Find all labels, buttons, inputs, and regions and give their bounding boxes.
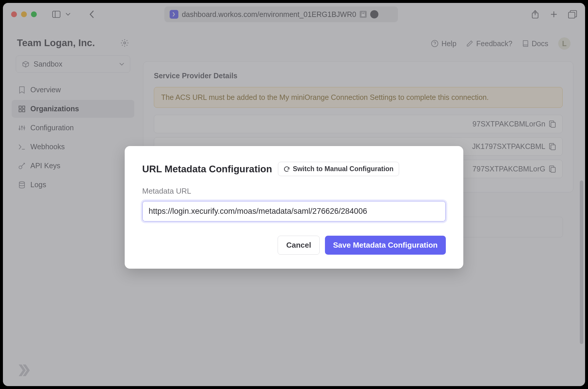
switch-manual-button[interactable]: Switch to Manual Configuration — [278, 162, 399, 176]
save-button[interactable]: Save Metadata Configuration — [325, 236, 446, 255]
metadata-config-modal: URL Metadata Configuration Switch to Man… — [125, 146, 463, 269]
metadata-url-label: Metadata URL — [142, 187, 446, 196]
modal-title: URL Metadata Configuration — [142, 164, 272, 175]
refresh-icon — [283, 166, 290, 172]
metadata-url-input[interactable] — [142, 201, 446, 222]
cancel-button[interactable]: Cancel — [278, 236, 319, 255]
